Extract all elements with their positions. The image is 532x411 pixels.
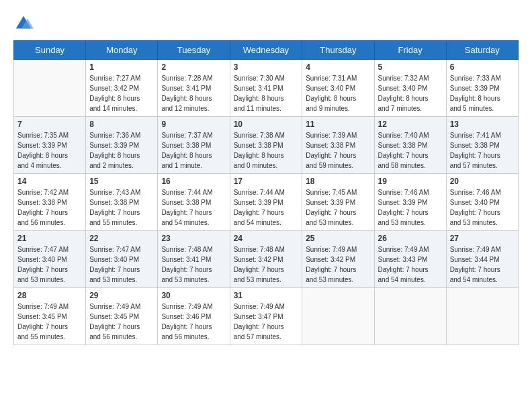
day-info: Sunrise: 7:49 AM Sunset: 3:44 PM Dayligh… xyxy=(450,244,515,285)
day-number: 20 xyxy=(450,177,515,186)
calendar-week-row: 14Sunrise: 7:42 AM Sunset: 3:38 PM Dayli… xyxy=(14,174,519,231)
calendar-cell: 16Sunrise: 7:44 AM Sunset: 3:38 PM Dayli… xyxy=(158,174,230,231)
calendar-cell: 23Sunrise: 7:48 AM Sunset: 3:41 PM Dayli… xyxy=(158,231,230,288)
logo xyxy=(13,13,36,34)
calendar-cell: 28Sunrise: 7:49 AM Sunset: 3:45 PM Dayli… xyxy=(14,288,86,345)
day-number: 1 xyxy=(89,62,154,72)
day-info: Sunrise: 7:44 AM Sunset: 3:39 PM Dayligh… xyxy=(234,187,299,228)
day-number: 19 xyxy=(378,177,443,186)
calendar-body: 1Sunrise: 7:27 AM Sunset: 3:42 PM Daylig… xyxy=(14,60,519,345)
calendar-day-header: Friday xyxy=(374,41,446,60)
calendar-cell: 7Sunrise: 7:35 AM Sunset: 3:39 PM Daylig… xyxy=(14,117,86,174)
day-info: Sunrise: 7:45 AM Sunset: 3:39 PM Dayligh… xyxy=(306,187,370,228)
day-info: Sunrise: 7:33 AM Sunset: 3:39 PM Dayligh… xyxy=(450,73,515,113)
day-number: 25 xyxy=(306,234,370,243)
day-number: 21 xyxy=(17,234,82,243)
day-info: Sunrise: 7:36 AM Sunset: 3:39 PM Dayligh… xyxy=(89,130,154,171)
day-info: Sunrise: 7:27 AM Sunset: 3:42 PM Dayligh… xyxy=(89,73,154,113)
calendar-cell: 10Sunrise: 7:38 AM Sunset: 3:38 PM Dayli… xyxy=(230,117,302,174)
calendar-table: SundayMondayTuesdayWednesdayThursdayFrid… xyxy=(13,40,519,345)
day-number: 12 xyxy=(378,120,443,129)
day-number: 7 xyxy=(17,120,82,129)
day-info: Sunrise: 7:37 AM Sunset: 3:38 PM Dayligh… xyxy=(161,130,226,171)
day-info: Sunrise: 7:31 AM Sunset: 3:40 PM Dayligh… xyxy=(306,73,370,113)
calendar-day-header: Tuesday xyxy=(158,41,230,60)
calendar-week-row: 28Sunrise: 7:49 AM Sunset: 3:45 PM Dayli… xyxy=(14,288,519,345)
day-info: Sunrise: 7:32 AM Sunset: 3:40 PM Dayligh… xyxy=(378,73,443,113)
day-info: Sunrise: 7:49 AM Sunset: 3:47 PM Dayligh… xyxy=(234,302,299,342)
day-number: 14 xyxy=(17,177,82,186)
day-number: 18 xyxy=(306,177,370,186)
calendar-day-header: Saturday xyxy=(446,41,518,60)
calendar-cell: 5Sunrise: 7:32 AM Sunset: 3:40 PM Daylig… xyxy=(374,60,446,117)
day-info: Sunrise: 7:40 AM Sunset: 3:38 PM Dayligh… xyxy=(378,130,443,171)
calendar-cell: 11Sunrise: 7:39 AM Sunset: 3:38 PM Dayli… xyxy=(302,117,374,174)
day-info: Sunrise: 7:44 AM Sunset: 3:38 PM Dayligh… xyxy=(161,187,226,228)
calendar-cell: 21Sunrise: 7:47 AM Sunset: 3:40 PM Dayli… xyxy=(14,231,86,288)
calendar-day-header: Wednesday xyxy=(230,41,302,60)
calendar-cell: 25Sunrise: 7:49 AM Sunset: 3:42 PM Dayli… xyxy=(302,231,374,288)
day-info: Sunrise: 7:46 AM Sunset: 3:39 PM Dayligh… xyxy=(378,187,443,228)
calendar-cell: 26Sunrise: 7:49 AM Sunset: 3:43 PM Dayli… xyxy=(374,231,446,288)
calendar-day-header: Monday xyxy=(86,41,158,60)
calendar-cell xyxy=(14,60,86,117)
day-number: 8 xyxy=(89,120,154,129)
day-number: 2 xyxy=(161,62,226,72)
calendar-cell xyxy=(302,288,374,345)
calendar-cell: 18Sunrise: 7:45 AM Sunset: 3:39 PM Dayli… xyxy=(302,174,374,231)
day-info: Sunrise: 7:49 AM Sunset: 3:43 PM Dayligh… xyxy=(378,244,443,285)
calendar-cell: 9Sunrise: 7:37 AM Sunset: 3:38 PM Daylig… xyxy=(158,117,230,174)
calendar-cell: 14Sunrise: 7:42 AM Sunset: 3:38 PM Dayli… xyxy=(14,174,86,231)
calendar-week-row: 7Sunrise: 7:35 AM Sunset: 3:39 PM Daylig… xyxy=(14,117,519,174)
day-info: Sunrise: 7:49 AM Sunset: 3:42 PM Dayligh… xyxy=(306,244,370,285)
calendar-cell: 3Sunrise: 7:30 AM Sunset: 3:41 PM Daylig… xyxy=(230,60,302,117)
day-info: Sunrise: 7:30 AM Sunset: 3:41 PM Dayligh… xyxy=(234,73,299,113)
day-number: 22 xyxy=(89,234,154,243)
calendar-day-header: Sunday xyxy=(14,41,86,60)
day-number: 5 xyxy=(378,62,443,72)
logo-icon xyxy=(13,13,34,34)
day-number: 23 xyxy=(161,234,226,243)
calendar-cell: 20Sunrise: 7:46 AM Sunset: 3:40 PM Dayli… xyxy=(446,174,518,231)
day-number: 11 xyxy=(306,120,370,129)
calendar-cell: 30Sunrise: 7:49 AM Sunset: 3:46 PM Dayli… xyxy=(158,288,230,345)
day-number: 26 xyxy=(378,234,443,243)
day-number: 27 xyxy=(450,234,515,243)
calendar-cell: 4Sunrise: 7:31 AM Sunset: 3:40 PM Daylig… xyxy=(302,60,374,117)
calendar-cell: 27Sunrise: 7:49 AM Sunset: 3:44 PM Dayli… xyxy=(446,231,518,288)
calendar-cell: 13Sunrise: 7:41 AM Sunset: 3:38 PM Dayli… xyxy=(446,117,518,174)
day-info: Sunrise: 7:43 AM Sunset: 3:38 PM Dayligh… xyxy=(89,187,154,228)
calendar-cell: 17Sunrise: 7:44 AM Sunset: 3:39 PM Dayli… xyxy=(230,174,302,231)
calendar-header-row: SundayMondayTuesdayWednesdayThursdayFrid… xyxy=(14,41,519,60)
calendar-header: SundayMondayTuesdayWednesdayThursdayFrid… xyxy=(14,41,519,60)
day-info: Sunrise: 7:35 AM Sunset: 3:39 PM Dayligh… xyxy=(17,130,82,171)
day-info: Sunrise: 7:49 AM Sunset: 3:46 PM Dayligh… xyxy=(161,302,226,342)
day-number: 3 xyxy=(234,62,299,72)
day-number: 4 xyxy=(306,62,370,72)
day-number: 24 xyxy=(234,234,299,243)
day-info: Sunrise: 7:49 AM Sunset: 3:45 PM Dayligh… xyxy=(17,302,82,342)
calendar-cell: 1Sunrise: 7:27 AM Sunset: 3:42 PM Daylig… xyxy=(86,60,158,117)
day-number: 15 xyxy=(89,177,154,186)
day-number: 17 xyxy=(234,177,299,186)
calendar-cell: 29Sunrise: 7:49 AM Sunset: 3:45 PM Dayli… xyxy=(86,288,158,345)
calendar-cell: 31Sunrise: 7:49 AM Sunset: 3:47 PM Dayli… xyxy=(230,288,302,345)
day-info: Sunrise: 7:47 AM Sunset: 3:40 PM Dayligh… xyxy=(17,244,82,285)
day-info: Sunrise: 7:28 AM Sunset: 3:41 PM Dayligh… xyxy=(161,73,226,113)
day-info: Sunrise: 7:47 AM Sunset: 3:40 PM Dayligh… xyxy=(89,244,154,285)
page-header xyxy=(13,13,519,34)
day-number: 30 xyxy=(161,291,226,300)
calendar-week-row: 1Sunrise: 7:27 AM Sunset: 3:42 PM Daylig… xyxy=(14,60,519,117)
day-info: Sunrise: 7:41 AM Sunset: 3:38 PM Dayligh… xyxy=(450,130,515,171)
day-number: 29 xyxy=(89,291,154,300)
calendar-cell: 6Sunrise: 7:33 AM Sunset: 3:39 PM Daylig… xyxy=(446,60,518,117)
calendar-cell: 15Sunrise: 7:43 AM Sunset: 3:38 PM Dayli… xyxy=(86,174,158,231)
calendar-cell xyxy=(446,288,518,345)
day-info: Sunrise: 7:48 AM Sunset: 3:41 PM Dayligh… xyxy=(161,244,226,285)
day-info: Sunrise: 7:49 AM Sunset: 3:45 PM Dayligh… xyxy=(89,302,154,342)
calendar-cell: 2Sunrise: 7:28 AM Sunset: 3:41 PM Daylig… xyxy=(158,60,230,117)
day-info: Sunrise: 7:46 AM Sunset: 3:40 PM Dayligh… xyxy=(450,187,515,228)
day-number: 31 xyxy=(234,291,299,300)
day-info: Sunrise: 7:38 AM Sunset: 3:38 PM Dayligh… xyxy=(234,130,299,171)
day-number: 9 xyxy=(161,120,226,129)
